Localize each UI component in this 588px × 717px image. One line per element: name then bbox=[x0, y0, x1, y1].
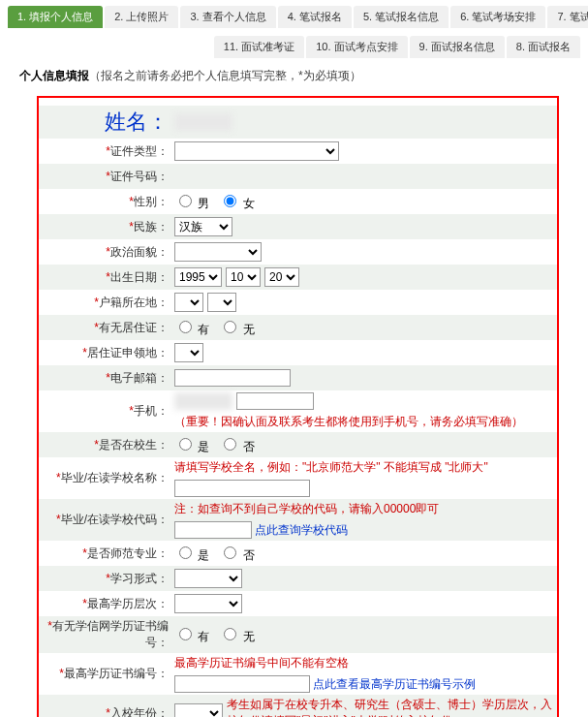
step-tab[interactable]: 3. 查看个人信息 bbox=[180, 6, 275, 28]
edu-cert-input[interactable] bbox=[174, 675, 310, 693]
gender-male[interactable]: 男 bbox=[174, 192, 209, 212]
school-code-link[interactable]: 点此查询学校代码 bbox=[255, 523, 348, 537]
step-tab[interactable]: 1. 填报个人信息 bbox=[8, 6, 103, 28]
highest-edu-select[interactable] bbox=[174, 594, 242, 613]
label-gender: *性别： bbox=[39, 194, 174, 210]
phone-input[interactable] bbox=[236, 392, 314, 410]
zaixiao-no[interactable]: 否 bbox=[219, 435, 254, 455]
label-email: *电子邮箱： bbox=[39, 370, 174, 387]
email-input[interactable] bbox=[174, 369, 291, 387]
step-tab[interactable]: 2. 上传照片 bbox=[105, 6, 178, 28]
label-juzhu: *有无居住证： bbox=[39, 320, 174, 336]
step-tabs: 1. 填报个人信息2. 上传照片3. 查看个人信息4. 笔试报名5. 笔试报名信… bbox=[0, 0, 588, 60]
politics-select[interactable] bbox=[174, 242, 262, 262]
enroll-year-hint: 考生如属于在校专升本、研究生（含硕士、博士）学历层次，入校年份请填写"最初"进入… bbox=[227, 697, 556, 717]
label-politics: *政治面貌： bbox=[39, 244, 174, 261]
label-birth: *出生日期： bbox=[39, 269, 174, 286]
shifan-yes[interactable]: 是 bbox=[174, 544, 209, 564]
juzhu-yes[interactable]: 有 bbox=[174, 318, 209, 338]
zaixiao-yes[interactable]: 是 bbox=[174, 435, 209, 455]
step-tab[interactable]: 6. 笔试考场安排 bbox=[450, 6, 545, 28]
hukou-prov[interactable] bbox=[174, 293, 203, 312]
label-edu-cert: *最高学历证书编号： bbox=[39, 666, 174, 682]
label-school-code: *毕业/在读学校代码： bbox=[39, 512, 174, 528]
step-tab[interactable]: 5. 笔试报名信息 bbox=[354, 6, 449, 28]
label-id-no: *证件号码： bbox=[39, 169, 174, 185]
birth-month[interactable]: 10 bbox=[226, 267, 261, 287]
school-hint1: 请填写学校全名，例如："北京师范大学" 不能填写成 "北师大" bbox=[174, 459, 488, 476]
name-value bbox=[174, 113, 232, 131]
study-form-select[interactable] bbox=[174, 569, 242, 588]
school-code-input[interactable] bbox=[174, 521, 252, 539]
xuexin-yes[interactable]: 有 bbox=[174, 625, 209, 645]
phone-hint: （重要！因确认面及联系考生都将使用到手机号，请务必填写准确） bbox=[174, 414, 523, 430]
nation-select[interactable]: 汉族 bbox=[174, 217, 232, 236]
school-name-input[interactable] bbox=[174, 480, 310, 497]
label-id-type: *证件类型： bbox=[39, 143, 174, 160]
edu-cert-link[interactable]: 点此查看最高学历证书编号示例 bbox=[313, 677, 476, 691]
juzhu-no[interactable]: 无 bbox=[219, 318, 254, 338]
shifan-no[interactable]: 否 bbox=[219, 544, 254, 564]
label-enroll-year: *入校年份： bbox=[39, 705, 174, 718]
step-tab[interactable]: 9. 面试报名信息 bbox=[410, 36, 505, 58]
label-phone: *手机： bbox=[39, 403, 174, 420]
label-highest-edu: *最高学历层次： bbox=[39, 596, 174, 612]
label-juzhu-addr: *居住证申领地： bbox=[39, 345, 174, 361]
gender-female[interactable]: 女 bbox=[219, 192, 254, 212]
id-type-select[interactable] bbox=[174, 141, 339, 161]
section-title: 个人信息填报（报名之前请务必把个人信息填写完整，*为必填项） bbox=[0, 60, 588, 92]
step-tab[interactable]: 11. 面试准考证 bbox=[214, 36, 304, 58]
xuexin-no[interactable]: 无 bbox=[219, 625, 254, 645]
step-tab[interactable]: 4. 笔试报名 bbox=[278, 6, 352, 28]
label-zaixiao: *是否在校生： bbox=[39, 437, 174, 453]
juzhu-addr-select[interactable] bbox=[174, 343, 203, 362]
label-study-form: *学习形式： bbox=[39, 571, 174, 587]
label-shifan: *是否师范专业： bbox=[39, 546, 174, 562]
step-tab[interactable]: 10. 面试考点安排 bbox=[306, 36, 407, 58]
phone-masked bbox=[174, 392, 232, 410]
enroll-year-select[interactable] bbox=[174, 703, 223, 717]
edu-cert-hint: 最高学历证书编号中间不能有空格 bbox=[174, 655, 349, 671]
hukou-city[interactable] bbox=[207, 293, 236, 312]
form-highlight-box: 姓名： *证件类型： *证件号码： *性别： 男 女 *民族： 汉族 *政治面貌… bbox=[37, 96, 559, 717]
label-xuexin: *有无学信网学历证书编号： bbox=[39, 618, 174, 651]
school-hint2: 注：如查询不到自己学校的代码，请输入00000即可 bbox=[174, 501, 439, 517]
birth-year[interactable]: 1995 bbox=[174, 267, 222, 287]
label-hukou: *户籍所在地： bbox=[39, 295, 174, 311]
label-nation: *民族： bbox=[39, 219, 174, 235]
label-school-name: *毕业/在读学校名称： bbox=[39, 470, 174, 486]
step-tab[interactable]: 7. 笔试准考证 bbox=[547, 6, 588, 28]
label-name: 姓名： bbox=[39, 108, 174, 137]
birth-day[interactable]: 20 bbox=[264, 267, 299, 287]
step-tab[interactable]: 8. 面试报名 bbox=[507, 36, 580, 58]
